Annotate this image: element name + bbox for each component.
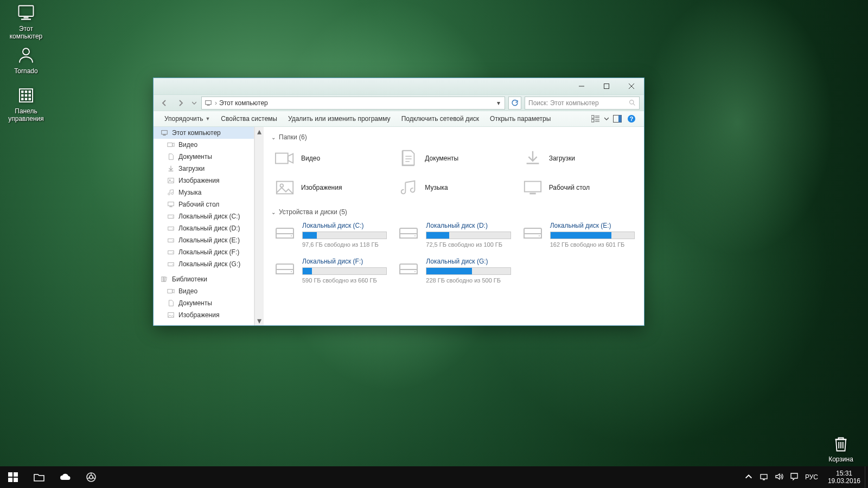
taskbar-explorer[interactable]: [26, 466, 52, 488]
chevron-down-icon: ⌄: [271, 209, 276, 215]
folder-pictures[interactable]: Изображения: [271, 175, 388, 201]
view-options-button[interactable]: [589, 112, 603, 125]
group-folders-header[interactable]: ⌄Папки (6): [271, 133, 636, 141]
label: Tornado: [14, 67, 37, 75]
drive-icon: [521, 222, 545, 243]
svg-rect-66: [14, 472, 18, 477]
nav-history-dropdown[interactable]: [190, 97, 198, 110]
group-drives-header[interactable]: ⌄Устройства и диски (5): [271, 208, 636, 216]
svg-point-34: [173, 228, 173, 229]
computer-icon: [204, 99, 213, 107]
svg-rect-68: [14, 478, 18, 482]
tray-clock[interactable]: 15:31 19.03.2016: [824, 470, 865, 485]
svg-point-55: [414, 235, 416, 236]
drive-c[interactable]: Локальный диск (C:)97,6 ГБ свободно из 1…: [271, 220, 388, 249]
tray-overflow[interactable]: [744, 472, 753, 483]
nav-back-button[interactable]: [158, 97, 171, 110]
documents-icon: [167, 299, 175, 307]
nav-downloads[interactable]: Загрузки: [154, 163, 254, 175]
svg-point-52: [291, 235, 292, 236]
scroll-down-button[interactable]: ▾: [255, 316, 264, 325]
folder-documents[interactable]: Документы: [395, 145, 512, 171]
music-icon: [167, 188, 175, 197]
help-button[interactable]: ?: [624, 112, 639, 125]
chevron-down-icon: ⌄: [271, 134, 276, 140]
cmd-system-properties[interactable]: Свойства системы: [215, 113, 283, 125]
folder-downloads[interactable]: Загрузки: [519, 145, 636, 171]
nav-music[interactable]: Музыка: [154, 187, 254, 198]
drive-icon: [167, 248, 175, 256]
nav-desktop[interactable]: Рабочий стол: [154, 198, 254, 210]
preview-pane-button[interactable]: [610, 112, 624, 125]
refresh-button[interactable]: [508, 97, 521, 110]
titlebar[interactable]: [154, 78, 644, 94]
documents-icon: [398, 148, 419, 169]
nav-forward-button[interactable]: [174, 97, 187, 110]
nav-drive-g[interactable]: Локальный диск (G:): [154, 258, 254, 270]
nav-drive-c[interactable]: Локальный диск (C:): [154, 210, 254, 222]
cmd-organize[interactable]: Упорядочить▼: [159, 113, 215, 125]
documents-icon: [167, 152, 175, 161]
svg-point-58: [539, 235, 540, 236]
desktop-icon-trash[interactable]: Корзина: [819, 434, 863, 463]
nav-lib-pics[interactable]: Изображения: [154, 309, 254, 321]
search-box[interactable]: Поиск: Этот компьютер: [525, 97, 640, 110]
pictures-icon: [274, 177, 296, 198]
nav-drive-f[interactable]: Локальный диск (F:): [154, 246, 254, 258]
nav-this-pc[interactable]: Этот компьютер: [154, 127, 254, 139]
tray-language[interactable]: РУС: [805, 473, 818, 481]
folder-desktop[interactable]: Рабочий стол: [519, 175, 636, 201]
nav-scrollbar[interactable]: ▴ ▾: [254, 127, 264, 325]
nav-lib-docs[interactable]: Документы: [154, 297, 254, 309]
maximize-button[interactable]: [594, 78, 619, 94]
nav-lib-video[interactable]: Видео: [154, 285, 254, 297]
svg-rect-26: [168, 143, 173, 147]
folder-music[interactable]: Музыка: [395, 175, 512, 201]
tray-volume-icon[interactable]: [775, 472, 783, 483]
desktop-icon-tornado[interactable]: Tornado: [4, 46, 48, 75]
svg-rect-44: [168, 313, 174, 318]
video-icon: [274, 148, 296, 169]
usage-bar: [426, 267, 510, 275]
drive-e[interactable]: Локальный диск (E:)162 ГБ свободно из 60…: [519, 220, 636, 249]
drive-icon: [167, 212, 175, 221]
address-box[interactable]: › Этот компьютер ▾: [201, 97, 505, 110]
nav-libraries[interactable]: Библиотеки: [154, 273, 254, 285]
minimize-button[interactable]: [569, 78, 594, 94]
desktop-icon: [522, 177, 544, 198]
start-button[interactable]: [0, 466, 26, 488]
address-dropdown[interactable]: ▾: [495, 99, 502, 107]
desktop-icon-control-panel[interactable]: Панель управления: [4, 86, 48, 123]
taskbar-chrome[interactable]: [78, 466, 104, 488]
cmd-open-settings[interactable]: Открыть параметры: [484, 113, 556, 125]
svg-rect-1: [24, 17, 29, 18]
taskbar-app-cloud[interactable]: [52, 466, 78, 488]
svg-rect-16: [207, 105, 209, 105]
svg-point-32: [173, 216, 173, 217]
desktop-icon-computer[interactable]: Этот компьютер: [4, 3, 48, 40]
drive-g[interactable]: Локальный диск (G:)228 ГБ свободно из 50…: [395, 256, 512, 285]
cmd-map-drive[interactable]: Подключить сетевой диск: [396, 113, 484, 125]
tray-network-icon[interactable]: [760, 472, 768, 483]
tray-action-center-icon[interactable]: [790, 472, 799, 483]
show-desktop-button[interactable]: [865, 466, 868, 488]
drive-icon: [273, 258, 297, 279]
nav-documents[interactable]: Документы: [154, 151, 254, 163]
scroll-up-button[interactable]: ▴: [255, 127, 264, 136]
nav-pictures[interactable]: Изображения: [154, 175, 254, 187]
nav-drive-d[interactable]: Локальный диск (D:): [154, 222, 254, 234]
view-dropdown[interactable]: [603, 112, 610, 125]
close-button[interactable]: [619, 78, 644, 94]
svg-rect-0: [19, 6, 34, 17]
folder-video[interactable]: Видео: [271, 145, 388, 171]
svg-point-47: [280, 184, 283, 187]
computer-icon: [160, 129, 169, 137]
drive-d[interactable]: Локальный диск (D:)72,5 ГБ свободно из 1…: [395, 220, 512, 249]
nav-video[interactable]: Видео: [154, 139, 254, 151]
address-text: Этот компьютер: [219, 99, 268, 107]
nav-drive-e[interactable]: Локальный диск (E:): [154, 234, 254, 246]
drive-icon: [397, 258, 420, 279]
svg-point-38: [173, 252, 173, 253]
cmd-uninstall-program[interactable]: Удалить или изменить программу: [283, 113, 396, 125]
drive-f[interactable]: Локальный диск (F:)590 ГБ свободно из 66…: [271, 256, 388, 285]
